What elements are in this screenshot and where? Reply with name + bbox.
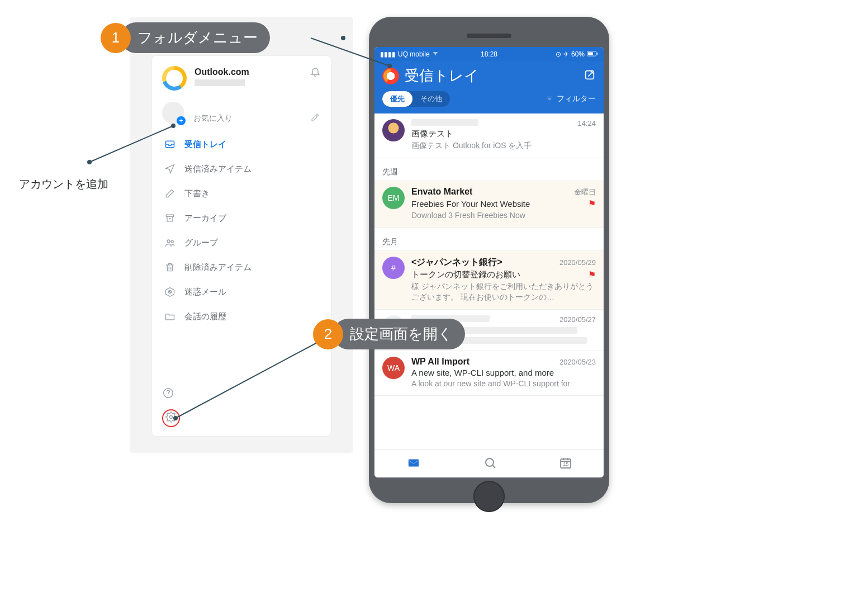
folder-label: 送信済みアイテム: [184, 164, 252, 174]
svg-point-2: [167, 240, 170, 243]
message-sender: WP All Import: [411, 357, 469, 367]
filter-button[interactable]: フィルター: [546, 94, 596, 104]
folder-label: 受信トレイ: [184, 139, 226, 150]
message-preview: 画像テスト Outlook for iOS を入手: [411, 140, 596, 151]
calendar-tab-icon[interactable]: 15: [559, 456, 572, 472]
callout-2: 2 設定画面を開く: [313, 319, 465, 349]
message-time: 2020/05/23: [559, 358, 596, 366]
callout-2-number: 2: [313, 319, 343, 349]
message-time: 2020/05/27: [559, 315, 596, 324]
folder-sent[interactable]: 送信済みアイテム: [162, 157, 321, 181]
add-account-avatar[interactable]: +: [162, 102, 184, 124]
message-sender: <ジャパンネット銀行>: [411, 257, 502, 268]
folder-icon: [164, 311, 176, 322]
folder-junk[interactable]: 迷惑メール: [162, 280, 321, 304]
profile-avatar-button[interactable]: [382, 68, 399, 84]
wifi-icon: [432, 50, 439, 58]
inbox-title: 受信トレイ: [405, 66, 479, 86]
message-list[interactable]: 14:24 画像テスト 画像テスト Outlook for iOS を入手 先週…: [374, 113, 604, 450]
account-name: Outlook.com: [195, 67, 302, 77]
folder-inbox[interactable]: 受信トレイ: [162, 132, 321, 157]
message-subject: A new site, WP-CLI support, and more: [411, 368, 554, 377]
callout-1-number: 1: [101, 23, 131, 53]
folder-drafts[interactable]: 下書き: [162, 181, 321, 206]
drafts-icon: [164, 188, 176, 199]
callout-2-label: 設定画面を開く: [333, 319, 465, 349]
svg-point-3: [171, 240, 173, 243]
folder-trash[interactable]: 削除済みアイテム: [162, 255, 321, 280]
svg-rect-8: [588, 53, 593, 55]
folder-label: 迷惑メール: [184, 287, 226, 297]
message-subject: Freebies For Your Next Website: [411, 199, 530, 209]
junk-icon: [164, 286, 176, 297]
message-subject: トークンの切替登録のお願い: [411, 269, 520, 280]
account-avatar[interactable]: [162, 66, 187, 91]
phone-screen: ▮▮▮▮ UQ mobile 18:28 ⊙ ✈ 60% 受信トレイ: [374, 47, 604, 477]
settings-button-highlight: [162, 409, 180, 427]
avatar: EM: [382, 187, 405, 209]
svg-point-6: [170, 416, 173, 419]
calendar-day: 15: [559, 461, 572, 467]
folder-label: グループ: [184, 238, 218, 248]
avatar: #: [382, 257, 405, 279]
message-preview: A look at our new site and WP-CLI suppor…: [411, 379, 596, 389]
help-icon[interactable]: [162, 387, 180, 401]
folder-menu: Outlook.com + お気に入り: [152, 56, 331, 436]
sender-redacted: [411, 119, 478, 126]
phone-mockup: ▮▮▮▮ UQ mobile 18:28 ⊙ ✈ 60% 受信トレイ: [369, 17, 609, 503]
speaker: [467, 34, 511, 38]
tab-other[interactable]: その他: [412, 91, 450, 107]
compose-icon[interactable]: [584, 69, 596, 83]
folder-archive[interactable]: アーカイブ: [162, 206, 321, 230]
focus-tabs: 優先 その他: [382, 91, 450, 107]
sent-icon: [164, 163, 176, 174]
callout-1: 1 フォルダメニュー: [101, 22, 270, 53]
edit-icon[interactable]: [311, 113, 320, 124]
favorites-label: お気に入り: [193, 113, 233, 124]
message-item[interactable]: # <ジャパンネット銀行> 2020/05/29 トークンの切替登録のお願い ⚑…: [374, 251, 604, 310]
svg-point-11: [486, 458, 494, 466]
avatar: [382, 119, 405, 141]
bell-icon[interactable]: [310, 66, 321, 79]
gear-icon[interactable]: [165, 411, 177, 425]
account-email-redacted: [195, 79, 245, 86]
annotation-add-account: アカウントを追加: [19, 177, 108, 192]
inbox-icon: [164, 139, 176, 150]
flag-icon: ⚑: [588, 269, 596, 280]
svg-rect-9: [597, 53, 598, 54]
filter-label: フィルター: [557, 94, 596, 104]
carrier-label: UQ mobile: [398, 50, 430, 58]
tab-focused[interactable]: 優先: [382, 91, 412, 107]
archive-icon: [164, 212, 176, 224]
folder-groups[interactable]: グループ: [162, 230, 321, 255]
folder-label: 会話の履歴: [184, 311, 226, 322]
svg-point-16: [87, 160, 92, 164]
alarm-icon: ⊙: [556, 50, 561, 58]
avatar: WA: [382, 357, 405, 379]
folder-label: 削除済みアイテム: [184, 262, 252, 273]
signal-icon: ▮▮▮▮: [380, 50, 396, 58]
bottom-tab-bar: 15: [374, 450, 604, 477]
message-item[interactable]: EM Envato Market 金曜日 Freebies For Your N…: [374, 181, 604, 228]
plus-icon: +: [177, 116, 186, 125]
home-button[interactable]: [473, 481, 505, 512]
message-item[interactable]: 14:24 画像テスト 画像テスト Outlook for iOS を入手: [374, 113, 604, 158]
status-bar: ▮▮▮▮ UQ mobile 18:28 ⊙ ✈ 60%: [374, 47, 604, 62]
battery-icon: [587, 50, 598, 58]
section-last-month: 先月: [374, 228, 604, 251]
message-preview: Download 3 Fresh Freebies Now: [411, 210, 596, 221]
folder-conversation-history[interactable]: 会話の履歴: [162, 304, 321, 329]
trash-icon: [164, 262, 176, 273]
location-icon: ✈: [563, 50, 569, 58]
mail-tab-icon[interactable]: [406, 457, 421, 471]
section-last-week: 先週: [374, 158, 604, 181]
message-item[interactable]: WA WP All Import 2020/05/23 A new site, …: [374, 351, 604, 396]
message-preview: 様 ジャパンネット銀行をご利用いただきありがとうございます。 現在お使いのトーク…: [411, 281, 596, 302]
message-time: 14:24: [577, 119, 596, 127]
search-tab-icon[interactable]: [483, 456, 497, 472]
message-time: 2020/05/29: [559, 258, 596, 267]
callout-1-label: フォルダメニュー: [121, 22, 270, 53]
svg-rect-1: [166, 215, 173, 216]
groups-icon: [164, 237, 176, 248]
status-time: 18:28: [481, 50, 497, 58]
